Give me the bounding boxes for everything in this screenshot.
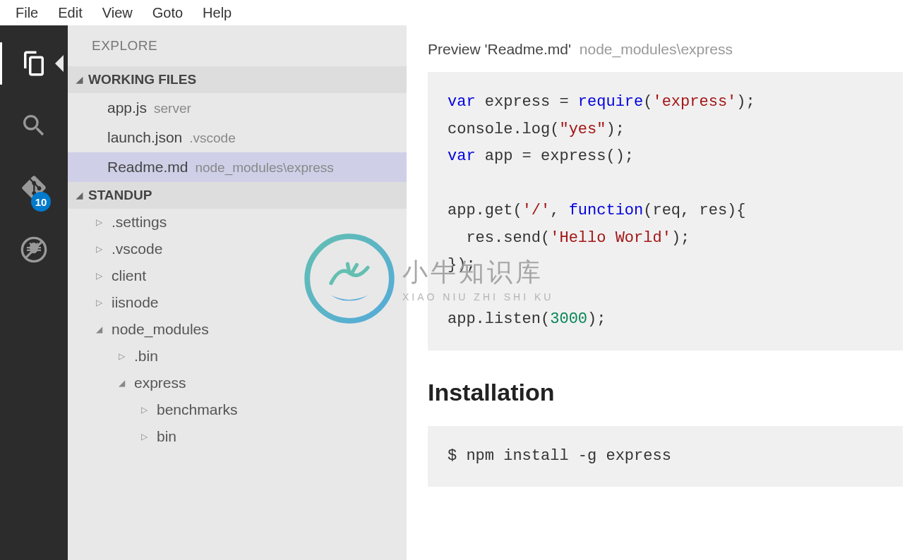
tree-item[interactable]: ▷client [68,262,407,289]
working-files-header[interactable]: ◢ WORKING FILES [68,66,407,93]
file-name: launch.json [107,129,182,146]
file-name: Readme.md [107,159,188,176]
chevron-down-icon: ◢ [76,75,83,85]
chevron-right-icon: ▷ [96,244,106,254]
chevron-down-icon: ◢ [96,324,106,334]
menu-edit[interactable]: Edit [48,1,92,25]
git-activity[interactable]: 10 [13,166,55,209]
file-path: node_modules\express [195,160,333,176]
chevron-right-icon: ▷ [96,271,106,281]
folder-name: iisnode [112,294,159,311]
editor-pane: Preview 'Readme.md' node_modules\express… [407,25,924,560]
activity-arrow-icon [55,55,64,72]
folder-name: node_modules [112,321,209,338]
folder-name: bin [157,428,176,445]
main-area: 10 EXPLORE ◢ WORKING FILES app.jsserverl… [0,25,924,560]
chevron-right-icon: ▷ [96,298,106,308]
activity-bar: 10 [0,25,68,560]
tree-item[interactable]: ▷iisnode [68,289,407,316]
standup-header[interactable]: ◢ STANDUP [68,182,407,209]
folder-name: .vscode [112,241,162,257]
working-file-item[interactable]: app.jsserver [68,93,407,123]
folder-name: .settings [112,214,167,231]
folder-name: .bin [134,348,158,365]
folder-name: benchmarks [157,401,237,418]
folder-name: express [134,375,186,391]
explorer-activity[interactable] [13,42,55,85]
git-badge: 10 [31,192,51,212]
tree-item[interactable]: ▷.settings [68,209,407,236]
search-icon [20,111,48,140]
installation-heading: Installation [428,379,903,406]
working-files-list: app.jsserverlaunch.json.vscodeReadme.mdn… [68,93,407,182]
tree-item[interactable]: ◢express [68,370,407,396]
bug-disabled-icon [20,236,48,264]
menu-file[interactable]: File [6,1,48,25]
working-file-item[interactable]: launch.json.vscode [68,123,407,152]
menubar: FileEditViewGotoHelp [0,0,924,25]
tree-item[interactable]: ▷bin [68,423,407,450]
tab-path: node_modules\express [580,41,733,57]
file-path: .vscode [189,130,235,146]
install-command-block: $ npm install -g express [428,426,903,487]
standup-label: STANDUP [88,188,152,203]
editor-tab[interactable]: Preview 'Readme.md' node_modules\express [428,41,903,58]
tree-item[interactable]: ▷.bin [68,343,407,370]
tree-item[interactable]: ▷.vscode [68,236,407,262]
debug-activity[interactable] [13,229,55,271]
chevron-right-icon: ▷ [141,432,151,442]
menu-goto[interactable]: Goto [143,1,193,25]
tree-item[interactable]: ▷benchmarks [68,396,407,423]
chevron-down-icon: ◢ [119,378,128,388]
working-file-item[interactable]: Readme.mdnode_modules\express [68,152,407,182]
file-name: app.js [107,99,147,116]
sidebar: EXPLORE ◢ WORKING FILES app.jsserverlaun… [68,25,407,560]
files-icon [19,49,49,78]
menu-view[interactable]: View [92,1,143,25]
chevron-right-icon: ▷ [141,405,151,415]
standup-tree: ▷.settings▷.vscode▷client▷iisnode◢node_m… [68,209,407,450]
chevron-right-icon: ▷ [119,351,128,361]
chevron-right-icon: ▷ [96,217,106,227]
working-files-label: WORKING FILES [88,72,196,87]
tree-item[interactable]: ◢node_modules [68,316,407,343]
sidebar-title: EXPLORE [68,25,407,66]
tab-title: Preview 'Readme.md' [428,41,571,57]
search-activity[interactable] [13,104,55,147]
code-block: var express = require('express'); consol… [428,72,903,351]
folder-name: client [112,267,146,284]
file-path: server [154,101,191,116]
menu-help[interactable]: Help [193,1,241,25]
chevron-down-icon: ◢ [76,190,83,200]
